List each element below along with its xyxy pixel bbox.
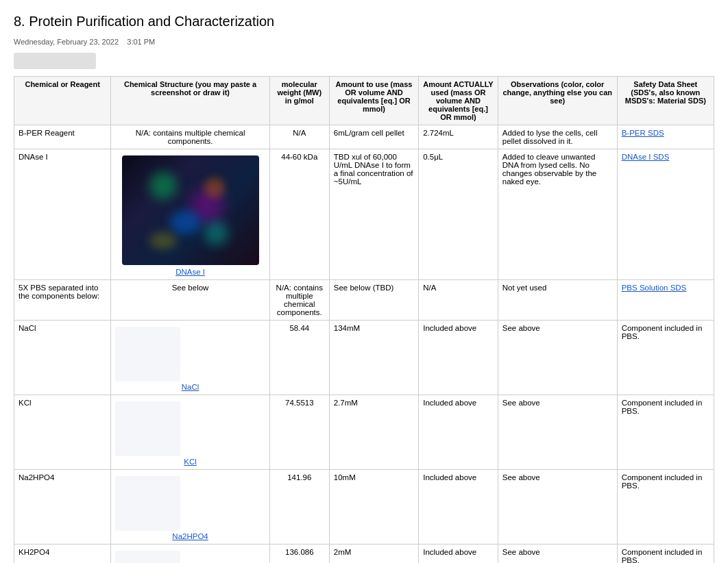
- table-row: 5X PBS separated into the components bel…: [14, 280, 714, 321]
- actual-amount-cell: Included above: [419, 321, 498, 395]
- table-row: NaClNaCl58.44134mMIncluded aboveSee abov…: [14, 321, 714, 395]
- col-header-chemical: Chemical or Reagent: [14, 77, 111, 125]
- mw-cell: N/A: contains multiple chemical componen…: [269, 280, 329, 321]
- mw-cell: 74.5513: [269, 395, 329, 470]
- sds-cell: B-PER SDS: [617, 125, 714, 149]
- actual-amount-cell: Included above: [419, 395, 498, 470]
- col-header-sds: Safety Data Sheet (SDS's, also known MSD…: [617, 77, 714, 125]
- structure-text: N/A: contains multiple chemical componen…: [115, 129, 265, 145]
- actual-amount-cell: 2.724mL: [419, 125, 498, 149]
- chemical-name-cell: KCl: [14, 395, 111, 470]
- table-row: B-PER ReagentN/A: contains multiple chem…: [14, 125, 714, 149]
- structure-thumbnail: [115, 401, 180, 456]
- structure-label-link[interactable]: Na2HPO4: [172, 532, 208, 540]
- structure-cell: Na2HPO4: [111, 470, 270, 545]
- observations-cell: Not yet used: [498, 280, 617, 321]
- amount-cell: See below (TBD): [329, 280, 418, 321]
- amount-cell: 134mM: [329, 321, 418, 395]
- user-bar: [14, 53, 96, 69]
- sds-link[interactable]: B-PER SDS: [622, 129, 664, 137]
- mw-cell: 136.086: [269, 545, 329, 564]
- col-header-mw: molecular weight (MW) in g/mol: [269, 77, 329, 125]
- date-label: Wednesday, February 23, 2022: [14, 38, 119, 46]
- table-row: Na2HPO4Na2HPO4141.9610mMIncluded aboveSe…: [14, 470, 714, 545]
- chemical-name-cell: NaCl: [14, 321, 111, 395]
- actual-amount-cell: 0.5μL: [419, 149, 498, 280]
- mw-cell: 44-60 kDa: [269, 149, 329, 280]
- structure-label-link[interactable]: KCl: [184, 458, 197, 466]
- structure-label-link[interactable]: NaCl: [182, 383, 199, 391]
- actual-amount-cell: Included above: [419, 470, 498, 545]
- sds-link[interactable]: DNAse I SDS: [622, 153, 670, 161]
- actual-amount-cell: Included above: [419, 545, 498, 564]
- sds-cell: Component included in PBS.: [617, 470, 714, 545]
- structure-label-link[interactable]: DNAse I: [175, 268, 205, 276]
- structure-cell: N/A: contains multiple chemical componen…: [111, 125, 270, 149]
- observations-cell: See above: [498, 470, 617, 545]
- structure-cell: KCl: [111, 395, 270, 470]
- table-row: KClKCl74.55132.7mMIncluded aboveSee abov…: [14, 395, 714, 470]
- time-label: 3:01 PM: [127, 38, 155, 46]
- chemical-name-cell: B-PER Reagent: [14, 125, 111, 149]
- observations-cell: See above: [498, 545, 617, 564]
- sds-cell: Component included in PBS.: [617, 321, 714, 395]
- mw-cell: 141.96: [269, 470, 329, 545]
- col-header-actual: Amount ACTUALLY used (mass OR volume AND…: [419, 77, 498, 125]
- observations-cell: Added to lyse the cells, cell pellet dis…: [498, 125, 617, 149]
- amount-cell: 2.7mM: [329, 395, 418, 470]
- structure-thumbnail: [115, 551, 180, 563]
- observations-cell: Added to cleave unwanted DNA from lysed …: [498, 149, 617, 280]
- amount-cell: 6mL/gram cell pellet: [329, 125, 418, 149]
- sds-cell: Component included in PBS.: [617, 395, 714, 470]
- sds-cell: PBS Solution SDS: [617, 280, 714, 321]
- structure-text: See below: [115, 284, 265, 292]
- page-title: 8. Protein Purification and Characteriza…: [14, 14, 714, 29]
- chemical-name-cell: Na2HPO4: [14, 470, 111, 545]
- chemical-name-cell: KH2PO4: [14, 545, 111, 564]
- amount-cell: 10mM: [329, 470, 418, 545]
- mw-cell: 58.44: [269, 321, 329, 395]
- observations-cell: See above: [498, 395, 617, 470]
- table-row: DNAse I DNAse I44-60 kDaTBD xul of 60,00…: [14, 149, 714, 280]
- reagents-table: Chemical or Reagent Chemical Structure (…: [14, 76, 714, 563]
- chemical-name-cell: 5X PBS separated into the components bel…: [14, 280, 111, 321]
- structure-cell: DNAse I: [111, 149, 270, 280]
- sds-link[interactable]: PBS Solution SDS: [622, 284, 687, 292]
- amount-cell: TBD xul of 60,000 U/mL DNAse I to form a…: [329, 149, 418, 280]
- structure-cell: KH2PO4: [111, 545, 270, 564]
- sds-cell: Component included in PBS.: [617, 545, 714, 564]
- observations-cell: See above: [498, 321, 617, 395]
- col-header-structure: Chemical Structure (you may paste a scre…: [111, 77, 270, 125]
- mw-cell: N/A: [269, 125, 329, 149]
- structure-thumbnail: [122, 155, 259, 265]
- col-header-obs: Observations (color, color change, anyth…: [498, 77, 617, 125]
- structure-thumbnail: [115, 327, 180, 381]
- sds-cell: DNAse I SDS: [617, 149, 714, 280]
- table-row: KH2PO4KH2PO4136.0862mMIncluded aboveSee …: [14, 545, 714, 564]
- structure-cell: See below: [111, 280, 270, 321]
- chemical-name-cell: DNAse I: [14, 149, 111, 280]
- amount-cell: 2mM: [329, 545, 418, 564]
- structure-thumbnail: [115, 476, 180, 531]
- structure-cell: NaCl: [111, 321, 270, 395]
- col-header-amount: Amount to use (mass OR volume AND equiva…: [329, 77, 418, 125]
- actual-amount-cell: N/A: [419, 280, 498, 321]
